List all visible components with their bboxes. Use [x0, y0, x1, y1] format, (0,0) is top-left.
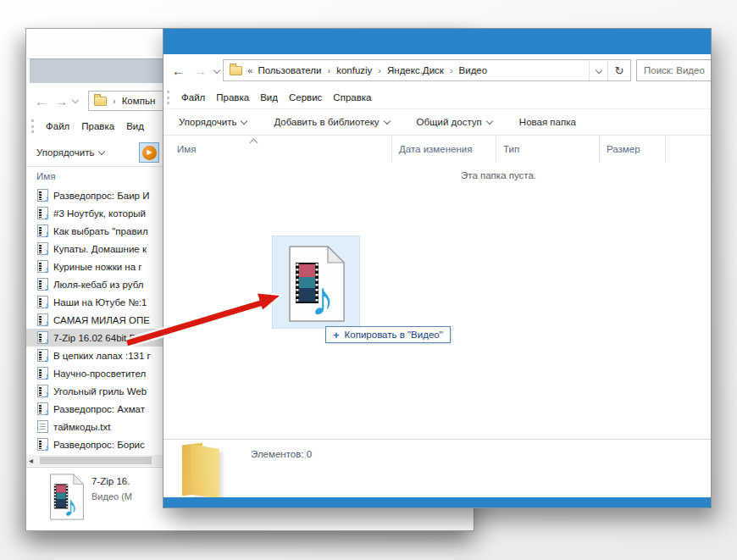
- back-button[interactable]: ←: [172, 64, 185, 77]
- music-note-icon: ♪: [45, 390, 50, 399]
- forward-button[interactable]: →: [194, 64, 207, 77]
- toolbar-drag-handle[interactable]: [167, 91, 169, 104]
- music-note-icon: ♪: [45, 408, 50, 417]
- toolbar-button[interactable]: Общий доступ: [408, 114, 501, 130]
- search-input[interactable]: [636, 59, 712, 81]
- breadcrumb-item[interactable]: Яндекс.Диск: [387, 65, 444, 75]
- music-note-icon: ♪: [45, 301, 50, 310]
- explorer-window-video: ← → « Пользователи›konfuziy›Яндекс.Диск›…: [163, 28, 712, 508]
- music-note-icon: ♪: [45, 265, 50, 274]
- music-note-icon: ♪: [64, 490, 78, 520]
- selected-file-type: Видео (M: [91, 491, 132, 502]
- breadcrumb-separator: ›: [449, 65, 454, 75]
- file-name: Наши на Ютубе №:1: [53, 297, 147, 308]
- column-header-name[interactable]: Имя: [163, 136, 392, 163]
- menu-item[interactable]: Файл: [181, 92, 205, 103]
- media-file-icon: ♪: [37, 402, 48, 415]
- media-file-icon: ♪: [37, 189, 48, 202]
- media-file-icon: ♪: [37, 367, 48, 380]
- music-note-icon: ♪: [45, 212, 50, 221]
- music-note-icon: ♪: [45, 230, 50, 239]
- organize-label: Упорядочить: [36, 147, 94, 158]
- scrollbar-thumb[interactable]: [40, 457, 152, 464]
- breadcrumb-item[interactable]: Пользователи: [258, 65, 321, 75]
- media-file-icon: ♪: [37, 242, 48, 255]
- desktop: ← → › Компьн ФайлПравкаВид Упорядочить ▶: [0, 0, 737, 560]
- file-name: Куриные ножки на г: [53, 262, 141, 272]
- chevron-down-icon[interactable]: [213, 67, 220, 74]
- film-strip-icon: [39, 263, 42, 271]
- media-file-icon: ♪: [37, 207, 48, 219]
- breadcrumb-item[interactable]: Видео: [459, 65, 488, 75]
- play-button[interactable]: ▶: [139, 142, 159, 163]
- file-name: Люля-кебаб из рубл: [53, 280, 143, 290]
- menu-item[interactable]: Файл: [46, 121, 69, 131]
- media-file-icon: ♪: [37, 225, 48, 237]
- file-name: Разведопрос: Баир И: [53, 191, 149, 201]
- toolbar-drag-handle[interactable]: [31, 119, 34, 133]
- empty-folder-text: Эта папка пуста.: [461, 170, 536, 180]
- menu-item[interactable]: Справка: [333, 92, 371, 103]
- refresh-button[interactable]: ↻: [607, 60, 630, 80]
- play-triangle: ▶: [147, 149, 152, 156]
- media-file-icon: ♪: [37, 278, 48, 291]
- file-name: САМАЯ МИЛАЯ ОПЕ: [53, 315, 150, 325]
- music-note-icon: ♪: [45, 247, 50, 257]
- file-name: Научно-просветител: [53, 369, 146, 379]
- scroll-left-icon[interactable]: ◂: [29, 457, 33, 465]
- breadcrumb-item[interactable]: konfuziy: [336, 65, 372, 75]
- forward-button[interactable]: →: [55, 95, 68, 108]
- music-note-icon: ♪: [45, 372, 50, 381]
- media-file-icon: ♪: [37, 296, 48, 308]
- address-bar: ← → « Пользователи›konfuziy›Яндекс.Диск›…: [163, 54, 711, 86]
- selected-file-title: 7-Zip 16.: [91, 476, 130, 486]
- menu-item[interactable]: Правка: [81, 121, 114, 131]
- front-toolbar: УпорядочитьДобавить в библиотекуОбщий до…: [163, 108, 711, 136]
- breadcrumb-separator: ›: [112, 96, 117, 106]
- menu-item[interactable]: Правка: [216, 92, 249, 103]
- column-header-type[interactable]: Тип: [496, 136, 600, 163]
- address-box[interactable]: « Пользователи›konfuziy›Яндекс.Диск›Виде…: [223, 59, 631, 81]
- folder-icon: [94, 97, 107, 106]
- menu-item[interactable]: Сервис: [289, 92, 322, 103]
- media-file-icon: ♪: [37, 438, 48, 451]
- breadcrumb: « Пользователи›konfuziy›Яндекс.Диск›Виде…: [224, 60, 589, 80]
- film-strip-icon: [39, 245, 42, 253]
- media-file-icon: ♪: [289, 246, 345, 322]
- film-strip-icon: [39, 369, 42, 378]
- music-note-icon: ♪: [45, 443, 50, 452]
- film-strip-icon: [39, 334, 42, 342]
- dragged-file[interactable]: ♪: [272, 236, 360, 329]
- chevron-down-icon: [383, 118, 390, 125]
- breadcrumb-item[interactable]: Компьн: [122, 96, 156, 106]
- column-header-size[interactable]: Размер: [600, 136, 666, 163]
- media-file-icon: ♪: [37, 385, 48, 397]
- film-strip-icon: [39, 387, 42, 396]
- chevron-down-icon: [98, 148, 105, 155]
- file-name: Разведопрос: Ахмат: [53, 404, 145, 414]
- toolbar-button[interactable]: Новая папка: [511, 114, 585, 130]
- column-header-name[interactable]: Имя: [36, 171, 55, 181]
- chevron-down-icon[interactable]: [72, 97, 79, 103]
- toolbar-button[interactable]: Упорядочить: [170, 114, 255, 130]
- organize-button[interactable]: Упорядочить: [36, 147, 104, 158]
- file-name: Угольный гриль Web: [53, 386, 147, 396]
- media-file-icon: ♪: [50, 474, 84, 520]
- titlebar[interactable]: [163, 29, 711, 54]
- chevron-down-icon: [486, 118, 493, 125]
- chevron-down-icon: [241, 118, 247, 125]
- back-button[interactable]: ←: [35, 95, 47, 108]
- film-strip-icon: [39, 316, 42, 324]
- film-strip-icon: [39, 209, 42, 218]
- toolbar-button[interactable]: Добавить в библиотеку: [265, 114, 397, 130]
- menu-item[interactable]: Вид: [260, 92, 278, 103]
- address-dropdown-button[interactable]: [589, 60, 607, 80]
- details-pane: Элементов: 0: [163, 439, 711, 499]
- file-name: таймкоды.txt: [53, 422, 110, 432]
- menu-item[interactable]: Вид: [126, 121, 144, 131]
- media-file-icon: ♪: [37, 260, 48, 273]
- music-note-icon: ♪: [45, 283, 50, 292]
- open-folder-icon: [181, 442, 229, 499]
- column-header-date[interactable]: Дата изменения: [392, 136, 496, 163]
- breadcrumb-overflow[interactable]: «: [247, 65, 252, 75]
